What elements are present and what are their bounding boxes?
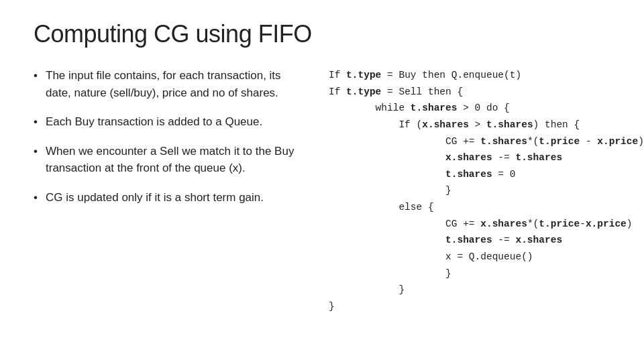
code-line: x = Q.dequeue()	[329, 249, 644, 265]
page-title: Computing CG using FIFO	[34, 20, 610, 48]
code-line: CG += t.shares*(t.price - x.price)	[329, 133, 644, 150]
code-line: x.shares -= t.shares	[329, 149, 644, 166]
code-line: }	[329, 298, 644, 315]
code-block: If t.type = Buy then Q.enqueue(t)If t.ty…	[329, 67, 644, 315]
code-line: CG += x.shares*(t.price-x.price)	[329, 216, 644, 233]
code-line: t.shares -= x.shares	[329, 232, 644, 249]
code-line: If t.type = Buy then Q.enqueue(t)	[329, 67, 644, 84]
code-line: else {	[329, 199, 644, 216]
bullet-item: The input file contains, for each transa…	[34, 67, 302, 101]
code-line: }	[329, 282, 644, 298]
code-line: t.shares = 0	[329, 166, 644, 183]
left-column: The input file contains, for each transa…	[34, 67, 302, 218]
bullet-item: CG is updated only if it is a short term…	[34, 189, 302, 206]
bullet-item: When we encounter a Sell we match it to …	[34, 143, 302, 177]
code-line: }	[329, 265, 644, 282]
main-content: The input file contains, for each transa…	[34, 67, 610, 315]
code-line: If (x.shares > t.shares) then {	[329, 117, 644, 133]
code-line: }	[329, 182, 644, 199]
bullet-item: Each Buy transaction is added to a Queue…	[34, 113, 302, 131]
code-line: If t.type = Sell then {	[329, 84, 644, 101]
bullet-list: The input file contains, for each transa…	[34, 67, 302, 206]
code-line: while t.shares > 0 do {	[329, 100, 644, 117]
